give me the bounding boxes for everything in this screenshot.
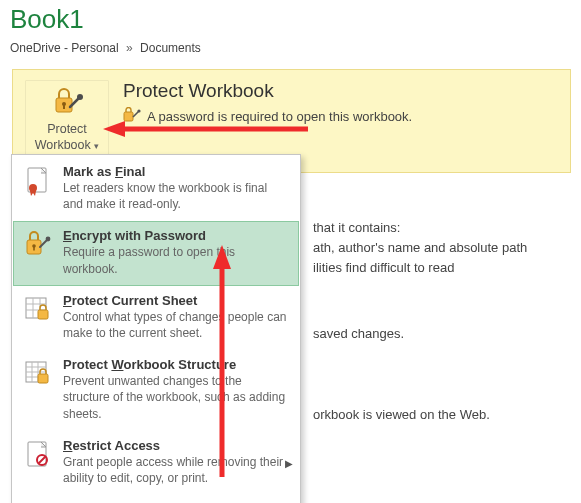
workbook-title: Book1 <box>0 0 581 37</box>
breadcrumb: OneDrive - Personal » Documents <box>0 37 581 63</box>
menu-item-mark-as-final[interactable]: Mark as Final Let readers know the workb… <box>13 157 299 221</box>
sheet-lock-icon <box>24 295 52 326</box>
menu-desc: Require a password to open this workbook… <box>63 244 289 276</box>
menu-label: Mark as Final <box>63 164 289 179</box>
menu-item-encrypt-with-password[interactable]: Encrypt with Password Require a password… <box>13 221 299 285</box>
document-ribbon-icon <box>24 166 52 199</box>
menu-desc: Let readers know the workbook is final a… <box>63 180 289 212</box>
svg-point-3 <box>77 94 83 100</box>
menu-desc: Grant people access while removing their… <box>63 454 289 486</box>
menu-item-protect-workbook-structure[interactable]: Protect Workbook Structure Prevent unwan… <box>13 350 299 431</box>
breadcrumb-separator: » <box>126 41 133 55</box>
menu-label: Encrypt with Password <box>63 228 289 243</box>
protect-button-label-1: Protect <box>47 122 87 136</box>
menu-label: Protect Current Sheet <box>63 293 289 308</box>
protect-button-label-2: Workbook <box>35 138 91 152</box>
svg-marker-33 <box>213 245 231 269</box>
menu-label: Protect Workbook Structure <box>63 357 289 372</box>
menu-item-restrict-access[interactable]: Restrict Access Grant people access whil… <box>13 431 299 495</box>
annotation-arrow-1 <box>103 119 313 142</box>
svg-point-5 <box>137 109 140 112</box>
svg-point-11 <box>46 237 51 242</box>
svg-marker-31 <box>103 121 125 137</box>
menu-desc: Prevent unwanted changes to the structur… <box>63 373 289 422</box>
svg-rect-10 <box>33 247 35 251</box>
svg-point-7 <box>29 184 37 192</box>
lock-key-icon <box>50 87 84 120</box>
chevron-down-icon: ▾ <box>92 141 100 151</box>
workbook-lock-icon <box>24 359 52 390</box>
lock-key-icon <box>24 230 52 261</box>
annotation-arrow-2 <box>210 245 234 483</box>
protect-workbook-menu: Mark as Final Let readers know the workb… <box>11 154 301 503</box>
protect-heading: Protect Workbook <box>123 80 412 102</box>
svg-rect-24 <box>38 374 48 383</box>
submenu-arrow-icon: ▶ <box>285 457 293 468</box>
menu-item-protect-current-sheet[interactable]: Protect Current Sheet Control what types… <box>13 286 299 350</box>
document-restrict-icon <box>24 440 52 473</box>
svg-rect-17 <box>38 310 48 319</box>
protect-workbook-button[interactable]: Protect Workbook ▾ <box>25 80 109 160</box>
menu-label: Restrict Access <box>63 438 289 453</box>
breadcrumb-folder: Documents <box>140 41 201 55</box>
menu-desc: Control what types of changes people can… <box>63 309 289 341</box>
breadcrumb-root: OneDrive - Personal <box>10 41 119 55</box>
svg-rect-2 <box>63 105 65 109</box>
menu-item-add-digital-signature[interactable]: Add a Digital Signature Ensure the integ… <box>13 495 299 503</box>
